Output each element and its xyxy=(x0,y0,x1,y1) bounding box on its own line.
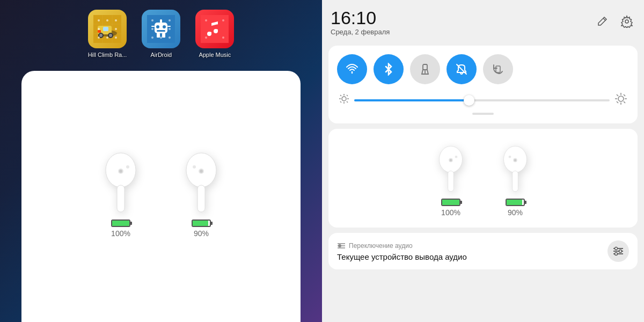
app-icons-row: Hill Climb Ra... xyxy=(77,0,245,65)
svg-point-38 xyxy=(169,28,171,30)
left-panel: Hill Climb Ra... xyxy=(0,0,322,322)
right-panel-left-airpod: 100% xyxy=(432,140,470,217)
time-block: 16:10 Среда, 2 февраля xyxy=(331,9,390,36)
svg-rect-29 xyxy=(157,33,160,38)
svg-line-74 xyxy=(617,94,618,96)
svg-point-86 xyxy=(514,159,517,162)
svg-point-82 xyxy=(455,156,458,158)
svg-point-87 xyxy=(509,156,511,158)
left-battery-bar xyxy=(111,219,130,227)
apple-music-icon[interactable] xyxy=(195,10,234,48)
app-apple-music[interactable]: Apple Music xyxy=(195,10,234,58)
svg-point-4 xyxy=(99,34,103,37)
svg-point-55 xyxy=(625,20,628,23)
svg-line-68 xyxy=(340,101,341,103)
svg-line-67 xyxy=(347,95,348,96)
right-airpod-battery: 90% xyxy=(192,219,211,238)
right-panel-left-bar xyxy=(441,199,460,206)
svg-point-96 xyxy=(619,250,622,253)
bluetooth-toggle[interactable] xyxy=(374,54,404,84)
svg-line-77 xyxy=(617,101,618,103)
audio-settings-btn[interactable] xyxy=(608,240,629,262)
left-battery-fill xyxy=(112,221,129,226)
audio-current-device: Текущее устройство вывода аудио xyxy=(337,252,467,261)
quick-settings-panel xyxy=(328,46,638,123)
svg-rect-25 xyxy=(157,30,165,32)
audio-switch-label: Переключение аудио xyxy=(337,241,467,250)
svg-point-23 xyxy=(156,25,159,28)
svg-point-40 xyxy=(205,19,207,21)
svg-rect-50 xyxy=(197,185,205,212)
svg-point-34 xyxy=(169,36,171,39)
right-panel-left-pct: 100% xyxy=(441,208,460,217)
svg-point-97 xyxy=(615,253,618,255)
svg-rect-45 xyxy=(117,185,125,212)
svg-point-43 xyxy=(222,36,224,39)
left-battery-pct: 100% xyxy=(111,229,130,238)
svg-point-36 xyxy=(160,36,162,39)
svg-point-69 xyxy=(618,96,624,101)
svg-point-41 xyxy=(222,19,224,21)
right-battery-pct: 90% xyxy=(194,229,209,238)
right-airpod: 90% xyxy=(177,144,225,238)
svg-rect-56 xyxy=(423,64,427,70)
brightness-slider[interactable] xyxy=(354,99,610,101)
svg-line-76 xyxy=(624,94,625,96)
flashlight-toggle[interactable] xyxy=(410,54,440,84)
svg-point-37 xyxy=(151,28,153,30)
right-panel-right-airpod-svg xyxy=(496,140,534,193)
clock-time: 16:10 xyxy=(331,9,390,27)
svg-rect-79 xyxy=(448,171,454,191)
svg-point-24 xyxy=(163,25,166,28)
date-text: Среда, 2 февраля xyxy=(331,28,390,36)
app-airdroid[interactable]: AirDroid xyxy=(142,10,180,58)
toggle-row xyxy=(337,54,629,84)
brightness-max-icon xyxy=(615,93,627,107)
app-hill-climb[interactable]: Hill Climb Ra... xyxy=(88,10,127,58)
mute-toggle[interactable] xyxy=(447,54,477,84)
hill-climb-label: Hill Climb Ra... xyxy=(88,52,127,58)
svg-point-35 xyxy=(160,19,162,21)
airdroid-label: AirDroid xyxy=(150,52,172,58)
svg-rect-84 xyxy=(513,171,518,191)
svg-point-13 xyxy=(98,19,100,21)
right-panel: 16:10 Среда, 2 февраля xyxy=(322,0,644,322)
settings-icon[interactable] xyxy=(618,13,635,30)
svg-rect-7 xyxy=(103,27,108,31)
svg-line-75 xyxy=(624,101,625,103)
wifi-toggle[interactable] xyxy=(337,54,367,84)
svg-point-81 xyxy=(450,159,452,162)
edit-icon[interactable] xyxy=(594,13,611,30)
left-airpod-battery: 100% xyxy=(111,219,130,238)
svg-point-60 xyxy=(342,97,346,101)
rotate-toggle[interactable] xyxy=(483,54,513,84)
audio-panel-left: Переключение аудио Текущее устройство вы… xyxy=(337,241,467,261)
svg-point-48 xyxy=(126,165,129,169)
airdroid-icon[interactable] xyxy=(142,10,180,48)
airpods-display-area: 100% 90% xyxy=(21,71,301,322)
svg-point-20 xyxy=(115,36,117,39)
brightness-thumb[interactable] xyxy=(464,95,474,106)
svg-rect-28 xyxy=(167,26,171,27)
svg-rect-59 xyxy=(496,66,500,72)
status-icons xyxy=(594,9,635,30)
svg-point-19 xyxy=(106,36,108,39)
svg-point-14 xyxy=(106,19,108,21)
panel-drag-handle[interactable] xyxy=(472,113,494,115)
brightness-row xyxy=(337,93,629,107)
right-battery-bar xyxy=(192,219,211,227)
svg-point-47 xyxy=(119,170,122,173)
svg-point-32 xyxy=(169,19,171,21)
svg-line-65 xyxy=(340,95,341,96)
svg-point-95 xyxy=(615,247,618,250)
apple-music-label: Apple Music xyxy=(199,52,231,58)
svg-point-15 xyxy=(115,19,117,21)
svg-rect-30 xyxy=(162,33,165,38)
svg-line-54 xyxy=(603,18,605,20)
hill-climb-icon[interactable] xyxy=(88,10,127,48)
svg-point-52 xyxy=(200,170,203,173)
svg-line-66 xyxy=(347,101,348,103)
audio-switch-text: Переключение аудио xyxy=(349,242,413,250)
right-panel-right-airpod: 90% xyxy=(496,140,534,217)
left-airpod: 100% xyxy=(97,144,145,238)
